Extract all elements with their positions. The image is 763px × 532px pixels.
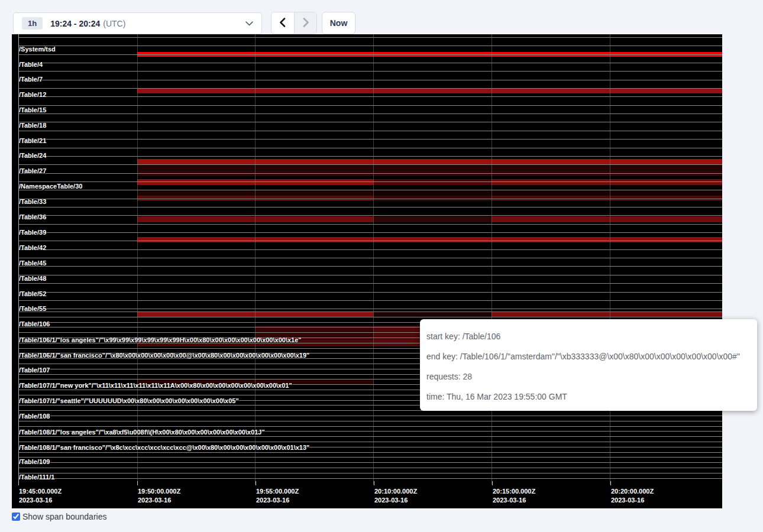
span-boundary-line [18,249,722,250]
heat-band[interactable] [373,190,722,196]
span-label: /Table/106/1/"san francisco"/"\x80\x00\x… [19,352,309,359]
heat-band[interactable] [137,88,722,93]
time-range-selector[interactable]: 1h 19:24 - 20:24 (UTC) [13,12,262,34]
span-label: /Table/108/1/"san francisco"/"\x8c\xcc\x… [19,444,309,451]
span-boundary-line [18,462,722,463]
axis-tick-time: 20:20:00.000Z [611,488,654,495]
span-boundary-line [18,468,722,468]
time-gridline [255,34,256,485]
key-visualizer-canvas[interactable]: /System/tsd/Table/4/Table/7/Table/12/Tab… [12,34,722,508]
span-label: /Table/24 [19,152,46,159]
show-span-boundaries-checkbox[interactable] [12,512,20,521]
span-boundary-line [18,181,722,182]
axis-tick-time: 19:55:00.000Z [256,488,299,495]
span-label: /Table/7 [19,76,43,83]
span-label: /Table/111/1 [19,473,54,481]
span-label: /Table/107/1/"seattle"/"UUUUUUD\x00\x80\… [19,397,239,404]
span-boundary-line [18,54,722,55]
span-boundary-line [18,224,722,225]
span-boundary-line [18,190,722,190]
span-boundary-line [18,292,722,293]
span-boundary-line [18,309,722,309]
time-gridline [137,34,138,485]
axis-tick-time: 19:50:00.000Z [138,488,180,495]
span-label: /Table/48 [19,275,46,282]
time-range-preset-badge: 1h [22,17,43,30]
tooltip-end-key: end key: /Table/106/1/"amsterdam"/"\xb33… [426,346,751,366]
span-label: /Table/108/1/"los angeles"/"\xa8\xf5\u00… [19,429,265,436]
span-label: /Table/45 [19,259,46,267]
span-label: /Table/109 [19,458,50,465]
prev-range-button[interactable] [271,12,294,34]
span-label: /Table/106 [19,320,50,327]
time-range-text: 19:24 - 20:24 [50,19,100,28]
span-label: /NamespaceTable/30 [19,183,82,190]
span-boundary-line [18,173,722,174]
span-boundary-line [18,105,722,106]
span-label: /Table/12 [19,91,46,98]
time-gridline [492,34,492,485]
heat-band[interactable] [137,165,722,171]
span-boundary-line [18,473,722,473]
heat-band[interactable] [373,179,492,185]
span-boundary-line [18,131,722,131]
axis-tick-mark [374,481,374,485]
axis-tick-mark [256,481,256,485]
time-gridline [373,34,374,485]
span-boundary-line [18,199,722,199]
axis-tick-date: 2023-03-16 [493,497,526,504]
axis-tick-mark [18,481,19,485]
chevron-right-icon [302,18,310,29]
axis-tick-date: 2023-03-16 [138,497,171,504]
span-boundary-line [18,46,722,46]
heat-band[interactable] [137,159,722,164]
axis-tick-time: 19:45:00.000Z [19,488,62,495]
span-boundary-line [18,37,722,38]
tooltip-start-key: start key: /Table/106 [426,326,751,346]
span-boundary-line [18,164,722,165]
span-boundary-line [18,122,722,122]
heat-band[interactable] [492,216,722,222]
heat-band[interactable] [373,216,492,222]
span-boundary-line [18,421,722,421]
hover-tooltip: start key: /Table/106 end key: /Table/10… [420,319,757,411]
heat-band[interactable] [492,179,722,185]
now-button[interactable]: Now [322,12,355,34]
timezone-text: (UTC) [103,19,125,28]
axis-tick-mark [492,481,493,485]
time-nav-group [271,12,317,34]
span-boundary-line [18,63,722,63]
span-boundary-line [18,283,722,284]
span-label: /Table/39 [19,229,46,236]
span-boundary-line [18,436,722,437]
axis-tick-date: 2023-03-16 [611,497,644,504]
span-boundary-line [18,71,722,72]
span-boundary-line [18,156,722,157]
span-boundary-line [18,207,722,207]
span-boundary-line [18,457,722,458]
span-boundary-line [18,452,722,453]
span-boundary-line [18,426,722,427]
tooltip-time: time: Thu, 16 Mar 2023 19:55:00 GMT [426,387,751,407]
span-boundary-line [18,266,722,267]
span-label: /Table/33 [19,198,46,205]
heat-band[interactable] [492,312,722,317]
span-boundary-line [18,113,722,114]
span-boundary-line [18,258,722,258]
span-boundary-line [18,96,722,97]
span-label: /Table/106/1/"los angeles"/"\x99\x99\x99… [19,336,302,343]
chevron-left-icon [279,18,287,29]
span-boundary-line [18,88,722,89]
axis-tick-date: 2023-03-16 [374,497,408,504]
span-boundary-line [18,139,722,140]
span-label: /Table/55 [19,305,46,312]
next-range-button[interactable] [294,12,316,34]
span-label: /Table/18 [19,122,46,129]
span-label: /Table/108 [19,413,50,420]
span-boundary-line [18,416,722,416]
span-boundary-line [18,148,722,148]
heat-band[interactable] [373,312,492,317]
span-boundary-line [18,317,722,317]
heat-band[interactable] [137,237,722,242]
span-boundary-line [18,275,722,275]
